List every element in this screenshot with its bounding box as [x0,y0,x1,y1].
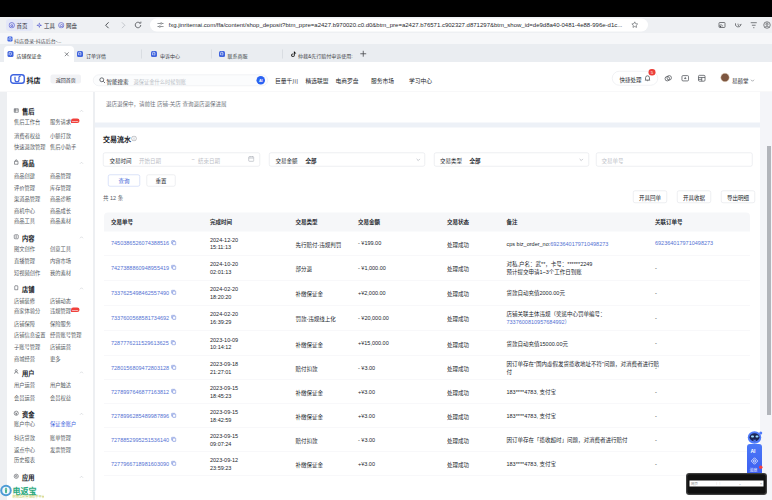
svg-text:购物返利省钱助手平台: 购物返利省钱助手平台 [13,494,45,499]
